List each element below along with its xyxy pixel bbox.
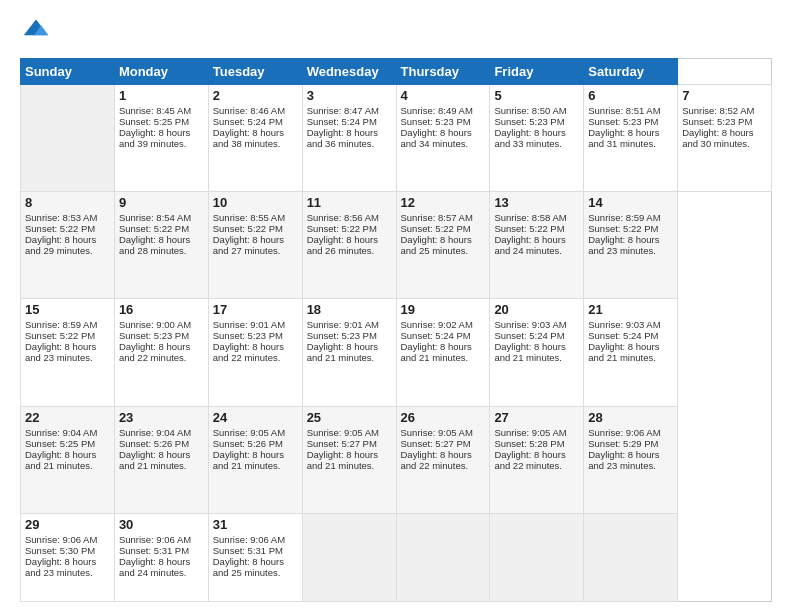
sunrise-label: Sunrise: 8:46 AM xyxy=(213,105,285,116)
sunrise-label: Sunrise: 9:05 AM xyxy=(307,427,379,438)
calendar-cell: 23 Sunrise: 9:04 AM Sunset: 5:26 PM Dayl… xyxy=(114,406,208,513)
sunset-label: Sunset: 5:24 PM xyxy=(401,330,471,341)
daylight-label: Daylight: 8 hours and 21 minutes. xyxy=(25,449,96,471)
calendar-cell xyxy=(21,85,115,192)
calendar-cell: 19 Sunrise: 9:02 AM Sunset: 5:24 PM Dayl… xyxy=(396,299,490,406)
daylight-label: Daylight: 8 hours and 39 minutes. xyxy=(119,127,190,149)
daylight-label: Daylight: 8 hours and 26 minutes. xyxy=(307,234,378,256)
day-number: 7 xyxy=(682,88,767,103)
sunset-label: Sunset: 5:22 PM xyxy=(25,223,95,234)
day-number: 27 xyxy=(494,410,579,425)
sunrise-label: Sunrise: 9:05 AM xyxy=(401,427,473,438)
calendar-cell: 28 Sunrise: 9:06 AM Sunset: 5:29 PM Dayl… xyxy=(584,406,678,513)
day-number: 22 xyxy=(25,410,110,425)
calendar-cell: 27 Sunrise: 9:05 AM Sunset: 5:28 PM Dayl… xyxy=(490,406,584,513)
day-number: 24 xyxy=(213,410,298,425)
sunset-label: Sunset: 5:27 PM xyxy=(401,438,471,449)
day-number: 17 xyxy=(213,302,298,317)
sunset-label: Sunset: 5:30 PM xyxy=(25,545,95,556)
sunrise-label: Sunrise: 9:01 AM xyxy=(307,319,379,330)
sunset-label: Sunset: 5:23 PM xyxy=(494,116,564,127)
sunrise-label: Sunrise: 8:47 AM xyxy=(307,105,379,116)
col-header-sunday: Sunday xyxy=(21,59,115,85)
sunset-label: Sunset: 5:26 PM xyxy=(213,438,283,449)
sunrise-label: Sunrise: 8:50 AM xyxy=(494,105,566,116)
sunrise-label: Sunrise: 8:57 AM xyxy=(401,212,473,223)
sunrise-label: Sunrise: 9:03 AM xyxy=(494,319,566,330)
sunrise-label: Sunrise: 9:03 AM xyxy=(588,319,660,330)
daylight-label: Daylight: 8 hours and 23 minutes. xyxy=(588,449,659,471)
day-number: 30 xyxy=(119,517,204,532)
daylight-label: Daylight: 8 hours and 21 minutes. xyxy=(307,341,378,363)
sunset-label: Sunset: 5:24 PM xyxy=(307,116,377,127)
calendar-cell: 6 Sunrise: 8:51 AM Sunset: 5:23 PM Dayli… xyxy=(584,85,678,192)
calendar-cell: 7 Sunrise: 8:52 AM Sunset: 5:23 PM Dayli… xyxy=(678,85,772,192)
col-header-monday: Monday xyxy=(114,59,208,85)
calendar-cell: 12 Sunrise: 8:57 AM Sunset: 5:22 PM Dayl… xyxy=(396,192,490,299)
sunset-label: Sunset: 5:24 PM xyxy=(213,116,283,127)
daylight-label: Daylight: 8 hours and 22 minutes. xyxy=(494,449,565,471)
calendar-cell: 18 Sunrise: 9:01 AM Sunset: 5:23 PM Dayl… xyxy=(302,299,396,406)
col-header-tuesday: Tuesday xyxy=(208,59,302,85)
daylight-label: Daylight: 8 hours and 29 minutes. xyxy=(25,234,96,256)
daylight-label: Daylight: 8 hours and 33 minutes. xyxy=(494,127,565,149)
calendar-cell: 4 Sunrise: 8:49 AM Sunset: 5:23 PM Dayli… xyxy=(396,85,490,192)
sunrise-label: Sunrise: 9:01 AM xyxy=(213,319,285,330)
calendar-cell: 16 Sunrise: 9:00 AM Sunset: 5:23 PM Dayl… xyxy=(114,299,208,406)
sunrise-label: Sunrise: 8:55 AM xyxy=(213,212,285,223)
day-number: 3 xyxy=(307,88,392,103)
col-header-friday: Friday xyxy=(490,59,584,85)
calendar-cell: 10 Sunrise: 8:55 AM Sunset: 5:22 PM Dayl… xyxy=(208,192,302,299)
sunset-label: Sunset: 5:23 PM xyxy=(588,116,658,127)
calendar-cell xyxy=(490,513,584,601)
daylight-label: Daylight: 8 hours and 36 minutes. xyxy=(307,127,378,149)
daylight-label: Daylight: 8 hours and 23 minutes. xyxy=(25,556,96,578)
calendar-week-2: 8 Sunrise: 8:53 AM Sunset: 5:22 PM Dayli… xyxy=(21,192,772,299)
daylight-label: Daylight: 8 hours and 24 minutes. xyxy=(119,556,190,578)
sunrise-label: Sunrise: 9:06 AM xyxy=(213,534,285,545)
sunrise-label: Sunrise: 8:54 AM xyxy=(119,212,191,223)
sunrise-label: Sunrise: 8:59 AM xyxy=(25,319,97,330)
sunrise-label: Sunrise: 8:51 AM xyxy=(588,105,660,116)
calendar-cell: 20 Sunrise: 9:03 AM Sunset: 5:24 PM Dayl… xyxy=(490,299,584,406)
day-number: 5 xyxy=(494,88,579,103)
sunset-label: Sunset: 5:26 PM xyxy=(119,438,189,449)
calendar-cell: 29 Sunrise: 9:06 AM Sunset: 5:30 PM Dayl… xyxy=(21,513,115,601)
daylight-label: Daylight: 8 hours and 21 minutes. xyxy=(401,341,472,363)
calendar-cell: 15 Sunrise: 8:59 AM Sunset: 5:22 PM Dayl… xyxy=(21,299,115,406)
sunset-label: Sunset: 5:31 PM xyxy=(213,545,283,556)
day-number: 10 xyxy=(213,195,298,210)
calendar-cell: 26 Sunrise: 9:05 AM Sunset: 5:27 PM Dayl… xyxy=(396,406,490,513)
sunset-label: Sunset: 5:29 PM xyxy=(588,438,658,449)
day-number: 15 xyxy=(25,302,110,317)
daylight-label: Daylight: 8 hours and 25 minutes. xyxy=(213,556,284,578)
sunrise-label: Sunrise: 9:05 AM xyxy=(494,427,566,438)
calendar-cell: 5 Sunrise: 8:50 AM Sunset: 5:23 PM Dayli… xyxy=(490,85,584,192)
calendar-week-1: 1 Sunrise: 8:45 AM Sunset: 5:25 PM Dayli… xyxy=(21,85,772,192)
calendar-cell: 24 Sunrise: 9:05 AM Sunset: 5:26 PM Dayl… xyxy=(208,406,302,513)
calendar-cell: 30 Sunrise: 9:06 AM Sunset: 5:31 PM Dayl… xyxy=(114,513,208,601)
sunset-label: Sunset: 5:23 PM xyxy=(307,330,377,341)
daylight-label: Daylight: 8 hours and 31 minutes. xyxy=(588,127,659,149)
day-number: 13 xyxy=(494,195,579,210)
day-number: 28 xyxy=(588,410,673,425)
sunrise-label: Sunrise: 9:06 AM xyxy=(25,534,97,545)
col-header-saturday: Saturday xyxy=(584,59,678,85)
calendar-cell: 11 Sunrise: 8:56 AM Sunset: 5:22 PM Dayl… xyxy=(302,192,396,299)
sunrise-label: Sunrise: 9:02 AM xyxy=(401,319,473,330)
daylight-label: Daylight: 8 hours and 21 minutes. xyxy=(307,449,378,471)
sunrise-label: Sunrise: 8:45 AM xyxy=(119,105,191,116)
daylight-label: Daylight: 8 hours and 30 minutes. xyxy=(682,127,753,149)
calendar-cell: 25 Sunrise: 9:05 AM Sunset: 5:27 PM Dayl… xyxy=(302,406,396,513)
daylight-label: Daylight: 8 hours and 23 minutes. xyxy=(25,341,96,363)
daylight-label: Daylight: 8 hours and 22 minutes. xyxy=(213,341,284,363)
sunset-label: Sunset: 5:28 PM xyxy=(494,438,564,449)
day-number: 11 xyxy=(307,195,392,210)
calendar-cell: 14 Sunrise: 8:59 AM Sunset: 5:22 PM Dayl… xyxy=(584,192,678,299)
sunrise-label: Sunrise: 9:05 AM xyxy=(213,427,285,438)
day-number: 16 xyxy=(119,302,204,317)
calendar-cell: 2 Sunrise: 8:46 AM Sunset: 5:24 PM Dayli… xyxy=(208,85,302,192)
sunset-label: Sunset: 5:25 PM xyxy=(119,116,189,127)
sunset-label: Sunset: 5:23 PM xyxy=(401,116,471,127)
calendar-cell: 17 Sunrise: 9:01 AM Sunset: 5:23 PM Dayl… xyxy=(208,299,302,406)
